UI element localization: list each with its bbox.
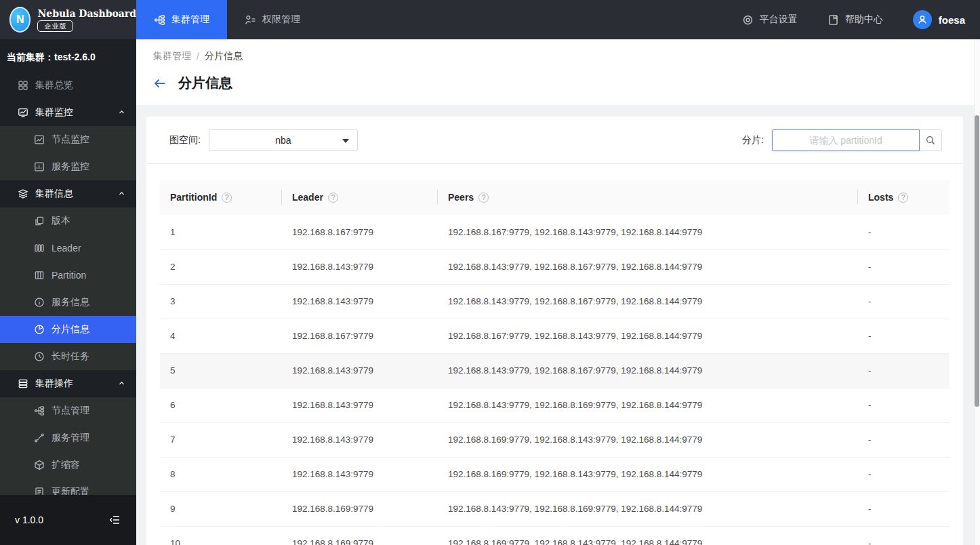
user-icon [917, 14, 928, 25]
bars-icon [34, 243, 45, 254]
search-button[interactable] [920, 129, 942, 151]
breadcrumb-parent[interactable]: 集群管理 [153, 50, 191, 62]
edition-badge: 企业版 [37, 20, 73, 32]
sidebar-group-cluster-operations[interactable]: 集群操作 [0, 370, 136, 397]
table-row: 5 192.168.8.143:9779 192.168.8.143:9779,… [160, 353, 950, 388]
cell-losts: - [858, 215, 950, 249]
current-cluster: 当前集群：test-2.6.0 [0, 39, 136, 72]
tab-cluster-management[interactable]: 集群管理 [136, 0, 227, 39]
top-header: N Nebula Dashboard 企业版 集群管理 [0, 0, 980, 39]
settings-icon [742, 14, 754, 26]
cell-partition-id: 3 [160, 284, 282, 319]
sidebar-group-cluster-monitoring[interactable]: 集群监控 [0, 99, 136, 126]
cell-leader: 192.168.8.143:9779 [282, 353, 438, 388]
col-label: Losts [868, 192, 893, 203]
col-peers: Peers? [438, 180, 858, 215]
sidebar-item-partition-info[interactable]: 分片信息 [0, 316, 136, 343]
sidebar-item-service-monitoring[interactable]: 服务监控 [0, 153, 136, 180]
table-row: 4 192.168.8.167:9779 192.168.8.167:9779,… [160, 319, 950, 353]
sidebar-item-scaling[interactable]: 扩缩容 [0, 451, 136, 479]
sidebar-item-cluster-overview[interactable]: 集群总览 [0, 72, 136, 99]
arrow-left-icon [153, 77, 167, 90]
sidebar-group-cluster-info[interactable]: 集群信息 [0, 180, 136, 207]
cluster-icon [34, 405, 45, 416]
help-circle-icon[interactable]: ? [222, 193, 232, 203]
user-name: foesa [939, 14, 965, 26]
cell-partition-id: 4 [160, 319, 282, 353]
space-select-value: nba [275, 135, 291, 146]
sidebar-footer: v 1.0.0 [0, 495, 136, 545]
cell-partition-id: 5 [160, 353, 282, 388]
page-title: 分片信息 [178, 74, 232, 92]
menu-fold-icon[interactable] [109, 514, 121, 526]
help-circle-icon[interactable]: ? [898, 193, 908, 203]
sidebar-item-label: 分片信息 [52, 323, 89, 336]
sidebar: 当前集群：test-2.6.0 集群总览 集群监控 [0, 39, 136, 545]
user-menu[interactable]: foesa [913, 10, 965, 29]
cube-icon [34, 460, 45, 470]
partition-filter: 分片: [742, 129, 942, 151]
main-content: 集群管理 / 分片信息 分片信息 图空间: nba [136, 39, 980, 545]
sidebar-item-version[interactable]: 版本 [0, 207, 136, 235]
partition-table: PartitionId? Leader? Peers? Losts? [160, 180, 950, 545]
sidebar-item-label: 集群总览 [35, 79, 73, 92]
breadcrumb-separator: / [197, 51, 199, 62]
col-leader: Leader? [282, 180, 438, 215]
line-chart-icon [34, 134, 45, 145]
submenu-cluster-operations: 节点管理 服务管理 扩缩容 [0, 397, 136, 506]
sidebar-item-label: 节点管理 [52, 405, 89, 417]
breadcrumb-current: 分片信息 [205, 50, 243, 62]
space-select[interactable]: nba [209, 129, 358, 151]
sidebar-item-service-management[interactable]: 服务管理 [0, 424, 136, 451]
info-circle-icon [34, 297, 45, 308]
cell-leader: 192.168.8.167:9779 [282, 215, 438, 249]
caret-down-icon [342, 139, 349, 143]
cell-leader: 192.168.8.143:9779 [282, 249, 438, 284]
cluster-icon [154, 14, 165, 26]
col-label: PartitionId [170, 192, 217, 203]
cell-losts: - [858, 353, 950, 388]
sidebar-item-label: Partition [52, 270, 86, 281]
sidebar-item-label: Leader [52, 243, 81, 254]
brand-text: Nebula Dashboard 企业版 [37, 8, 136, 32]
sidebar-item-service-info[interactable]: 服务信息 [0, 289, 136, 316]
api-icon [34, 432, 45, 443]
cell-peers: 192.168.8.143:9779, 192.168.8.167:9779, … [438, 284, 858, 319]
scrollbar-track[interactable] [974, 39, 980, 545]
sidebar-item-label: 长时任务 [52, 350, 89, 363]
help-circle-icon[interactable]: ? [478, 193, 489, 203]
nebula-logo-icon: N [9, 7, 30, 33]
sidebar-item-node-monitoring[interactable]: 节点监控 [0, 126, 136, 153]
partition-input[interactable] [772, 129, 920, 151]
help-circle-icon[interactable]: ? [328, 193, 338, 203]
col-label: Leader [292, 192, 323, 203]
breadcrumb: 集群管理 / 分片信息 [153, 50, 980, 62]
platform-settings-link[interactable]: 平台设置 [742, 14, 798, 26]
bar-chart-icon [34, 161, 45, 172]
sidebar-item-partition[interactable]: Partition [0, 262, 136, 289]
sidebar-item-long-tasks[interactable]: 长时任务 [0, 343, 136, 370]
sidebar-item-label: 服务管理 [52, 432, 89, 444]
filter-row: 图空间: nba 分片: [146, 117, 963, 164]
sidebar-group-label: 集群信息 [35, 188, 73, 200]
title-row: 分片信息 [153, 74, 980, 92]
cell-partition-id: 1 [160, 215, 282, 249]
cell-losts: - [858, 526, 950, 545]
sidebar-item-leader[interactable]: Leader [0, 235, 136, 262]
back-button[interactable] [153, 77, 167, 90]
cell-peers: 192.168.8.143:9779, 192.168.8.167:9779, … [438, 353, 858, 388]
monitor-icon [18, 107, 28, 118]
chevron-up-icon [118, 188, 125, 199]
cell-losts: - [858, 422, 950, 457]
cell-partition-id: 6 [160, 388, 282, 422]
cell-partition-id: 10 [160, 526, 282, 545]
sidebar-item-label: 服务信息 [52, 296, 89, 308]
tab-label: 集群管理 [171, 14, 209, 26]
app-version: v 1.0.0 [15, 514, 43, 525]
help-center-link[interactable]: 帮助中心 [828, 14, 883, 26]
tab-permission-management[interactable]: 权限管理 [227, 0, 318, 39]
sidebar-item-node-management[interactable]: 节点管理 [0, 397, 136, 424]
current-cluster-value: test-2.6.0 [54, 52, 96, 62]
page-header-band: 集群管理 / 分片信息 分片信息 [136, 39, 980, 105]
scrollbar-thumb[interactable] [975, 115, 979, 407]
